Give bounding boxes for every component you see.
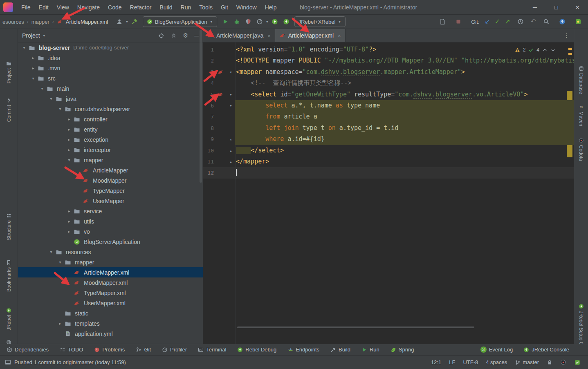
tree-item-mapper[interactable]: ▾mapper	[18, 155, 203, 165]
horizontal-scrollbar[interactable]	[237, 327, 474, 328]
menu-item-run[interactable]: Run	[177, 3, 195, 11]
line-separator[interactable]: LF	[449, 359, 455, 365]
code-text[interactable]: where a.id=#{id}	[235, 134, 574, 145]
editor-tab-articlemapper-xml[interactable]: ArticleMapper.xml×	[275, 29, 346, 42]
indent-style[interactable]: 4 spaces	[486, 359, 507, 365]
tree-chevron-icon[interactable]: ▸	[29, 56, 38, 60]
tree-item-moodmapper[interactable]: MoodMapper	[18, 175, 203, 186]
menu-item-build[interactable]: Build	[155, 3, 176, 11]
tree-item-service[interactable]: ▸service	[18, 206, 203, 216]
tree-chevron-icon[interactable]: ▸	[65, 117, 74, 121]
menu-item-git[interactable]: Git	[217, 3, 232, 11]
code-text[interactable]: <mapper namespace="com.dshvv.blogserver.…	[235, 67, 574, 78]
tool-stripe-jrebel[interactable]: JRebel	[0, 308, 18, 330]
tree-chevron-icon[interactable]: ▸	[65, 137, 74, 142]
caret-position[interactable]: 12:1	[431, 359, 441, 365]
tool-button-spring[interactable]: Spring	[391, 347, 414, 353]
file-encoding[interactable]: UTF-8	[463, 359, 478, 365]
menu-item-navigate[interactable]: Navigate	[73, 3, 104, 11]
tree-item-utils[interactable]: ▸utils	[18, 216, 203, 226]
tool-button-event-log[interactable]: 3Event Log	[480, 347, 513, 353]
code-line-6[interactable]: 6▾ select a.*, t.name as type_name	[203, 100, 574, 111]
tool-stripe-commit[interactable]: Commit	[0, 98, 18, 122]
git-update-button[interactable]: ↙	[485, 18, 490, 25]
hide-panel-icon[interactable]: ─	[194, 32, 199, 39]
close-tab-icon[interactable]: ×	[267, 33, 271, 39]
run-with-jrebel-button[interactable]	[270, 17, 279, 27]
locate-file-icon[interactable]	[158, 33, 164, 39]
code-text[interactable]: <?xml version="1.0" encoding="UTF-8"?>	[235, 44, 574, 55]
tool-button-dependencies[interactable]: Dependencies	[7, 347, 49, 353]
tree-chevron-icon[interactable]: ▾	[38, 86, 47, 91]
tool-button-run[interactable]: Run	[361, 347, 379, 353]
tree-chevron-icon[interactable]: ▾	[29, 76, 38, 81]
profiler-button[interactable]	[255, 17, 264, 27]
code-text[interactable]	[235, 167, 574, 178]
tool-button-build[interactable]: Build	[330, 347, 350, 353]
tree-item-static[interactable]: static	[18, 308, 203, 318]
tree-item-blogserverapplication[interactable]: BlogServerApplication	[18, 237, 203, 247]
tree-scrollbar[interactable]	[200, 30, 202, 183]
close-button[interactable]: ✕	[567, 0, 588, 15]
update-application-button[interactable]	[438, 17, 447, 27]
tree-chevron-icon[interactable]: ▾	[56, 260, 65, 264]
tool-stripe-project[interactable]: Project	[0, 61, 18, 83]
fold-marker-icon[interactable]: ▾	[227, 89, 235, 100]
history-button[interactable]	[516, 17, 525, 27]
code-line-12[interactable]: 12	[203, 167, 574, 178]
tree-item-typemapper-xml[interactable]: TypeMapper.xml	[18, 288, 203, 298]
mybatis-gutter-icon[interactable]	[214, 67, 227, 78]
code-text[interactable]: <select id="getOneWithType" resultType="…	[235, 89, 574, 100]
tool-button-problems[interactable]: Problems	[94, 347, 125, 353]
tree-item-resources[interactable]: ▾resources	[18, 247, 203, 257]
tab-options-icon[interactable]: ⋮	[563, 31, 570, 39]
tree-item-usermapper-xml[interactable]: UserMapper.xml	[18, 298, 203, 308]
tool-button-terminal[interactable]: Terminal	[198, 347, 226, 353]
menu-item-window[interactable]: Window	[232, 3, 261, 11]
fold-marker-icon[interactable]: ▾	[227, 67, 235, 78]
code-line-3[interactable]: 3▾<mapper namespace="com.dshvv.blogserve…	[203, 67, 574, 78]
code-line-11[interactable]: 11▴</mapper>	[203, 156, 574, 167]
menu-item-tools[interactable]: Tools	[195, 3, 217, 11]
menu-item-code[interactable]: Code	[104, 3, 126, 11]
fold-marker-icon[interactable]: ▾	[227, 100, 235, 111]
fold-marker-icon[interactable]: ▴	[227, 134, 235, 145]
tree-item-articlemapper[interactable]: ArticleMapper	[18, 165, 203, 175]
code-line-2[interactable]: 2<!DOCTYPE mapper PUBLIC "-//mybatis.org…	[203, 55, 574, 66]
fold-marker-icon[interactable]: ▴	[227, 145, 235, 156]
tree-item-mapper[interactable]: ▾mapper	[18, 257, 203, 267]
chevron-down-icon[interactable]: ▾	[43, 34, 45, 38]
tree-item-src[interactable]: ▾src	[18, 73, 203, 83]
search-everywhere-button[interactable]	[542, 17, 551, 27]
tree-chevron-icon[interactable]: ▸	[29, 66, 38, 70]
tree-chevron-icon[interactable]: ▸	[56, 321, 65, 326]
maximize-button[interactable]: □	[545, 0, 567, 15]
tool-stripe-bookmarks[interactable]: Bookmarks	[0, 260, 18, 292]
tree-item-typemapper[interactable]: TypeMapper	[18, 186, 203, 196]
tree-item-com-dshvv-blogserver[interactable]: ▾com.dshvv.blogserver	[18, 104, 203, 114]
rollback-button[interactable]: ↶	[531, 18, 536, 25]
tool-button-profiler[interactable]: Profiler	[162, 347, 187, 353]
tree-item-interceptor[interactable]: ▸interceptor	[18, 145, 203, 155]
tree-chevron-icon[interactable]: ▸	[65, 127, 74, 132]
tool-button-git[interactable]: Git	[136, 347, 151, 353]
tree-item-application-yml[interactable]: application.yml	[18, 329, 203, 339]
tree-chevron-icon[interactable]: ▾	[20, 45, 29, 50]
tool-stripe-codota[interactable]: Codota	[574, 138, 588, 161]
jrebel-mode-select[interactable]: JRebel+XRebel ▾	[294, 16, 346, 27]
lock-icon[interactable]	[547, 360, 552, 365]
tree-chevron-icon[interactable]: ▸	[65, 209, 74, 213]
breadcrumb-item-articlemapper-xml[interactable]: ArticleMapper.xml	[66, 19, 108, 25]
tree-item-templates[interactable]: ▸templates	[18, 318, 203, 329]
menu-item-help[interactable]: Help	[261, 3, 281, 11]
tree-chevron-icon[interactable]: ▸	[65, 148, 74, 152]
tree-item-usermapper[interactable]: UserMapper	[18, 196, 203, 206]
run-configuration-select[interactable]: BlogServerApplication ▾	[143, 16, 217, 27]
build-project-button[interactable]	[130, 17, 139, 27]
code-line-5[interactable]: 5▾ <select id="getOneWithType" resultTyp…	[203, 89, 574, 100]
settings-gear-icon[interactable]: ⚙	[183, 32, 188, 39]
navigate-icon[interactable]	[558, 17, 567, 27]
minimize-button[interactable]: ─	[524, 0, 545, 15]
code-line-1[interactable]: 1<?xml version="1.0" encoding="UTF-8"?>	[203, 44, 574, 55]
tree-item-vo[interactable]: ▸vo	[18, 226, 203, 237]
